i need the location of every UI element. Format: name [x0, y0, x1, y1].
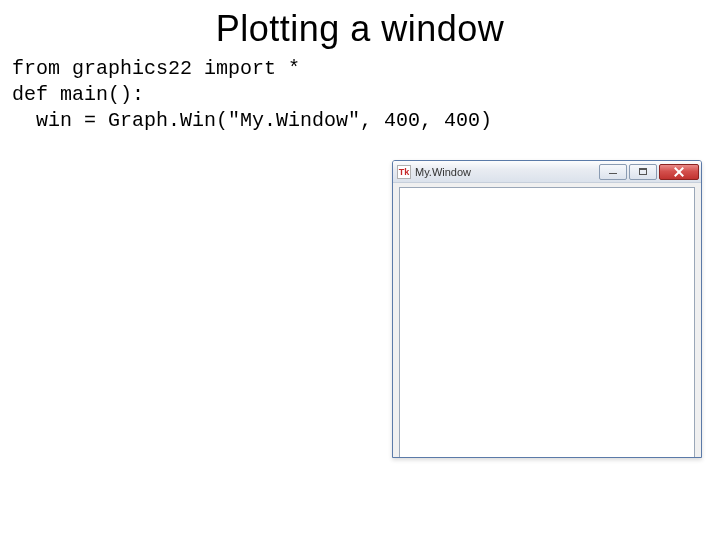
close-button[interactable] [659, 164, 699, 180]
slide-title: Plotting a window [0, 8, 720, 50]
code-block: from graphics22 import * def main(): win… [0, 56, 720, 134]
tk-icon: Tk [397, 165, 411, 179]
close-icon [674, 167, 684, 177]
titlebar[interactable]: Tk My.Window [393, 161, 701, 183]
window-controls [597, 164, 699, 180]
code-line-2: def main(): [12, 83, 144, 106]
code-line-3: win = Graph.Win("My.Window", 400, 400) [12, 109, 492, 132]
code-line-1: from graphics22 import * [12, 57, 300, 80]
window-client-area [399, 187, 695, 457]
maximize-icon [639, 168, 647, 175]
minimize-button[interactable] [599, 164, 627, 180]
gui-window: Tk My.Window [392, 160, 702, 458]
window-title: My.Window [415, 166, 597, 178]
minimize-icon [609, 173, 617, 174]
maximize-button[interactable] [629, 164, 657, 180]
